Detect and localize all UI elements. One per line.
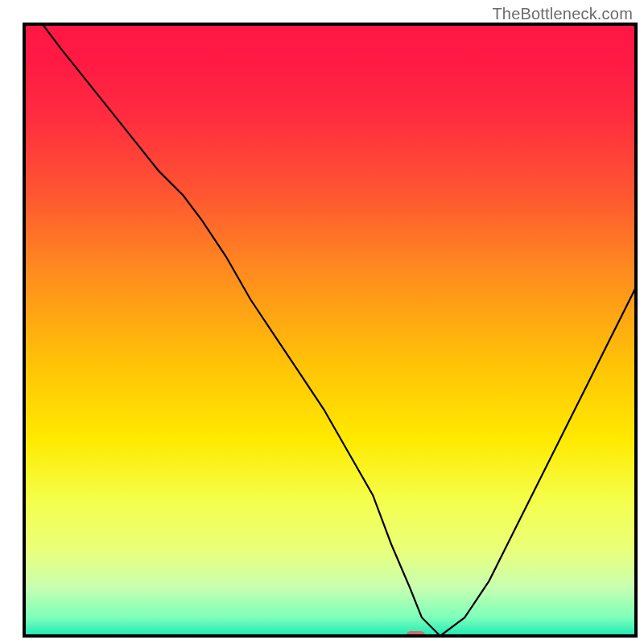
gradient-background (24, 24, 636, 636)
chart-svg (0, 0, 644, 644)
chart-frame: TheBottleneck.com (0, 0, 644, 644)
watermark-text: TheBottleneck.com (492, 5, 633, 23)
